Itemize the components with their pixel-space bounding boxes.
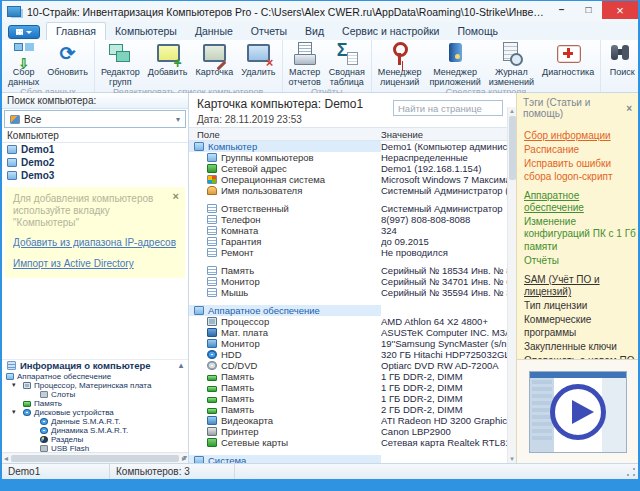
maximize-button[interactable]: [575, 1, 602, 17]
row-icon: [207, 408, 217, 414]
menu-tab[interactable]: Данные: [186, 23, 242, 40]
row-icon: [207, 186, 217, 195]
app-menu-button[interactable]: [8, 25, 40, 39]
tree-item[interactable]: Слоты: [2, 390, 188, 399]
row-icon: [207, 427, 217, 436]
ribbon-button[interactable]: Сбор данных: [4, 41, 43, 87]
ribbon-button-icon: [607, 41, 637, 67]
card-row: CD/DVD Optiarc DVD RW AD-7200A: [189, 360, 507, 371]
card-row: HDD 320 ГБ Hitachi HDP725032GLA360 (s/n …: [189, 349, 507, 360]
ribbon-group-edit-list: Редактор групп Добавить Карточка Удалить…: [95, 40, 283, 92]
tree-item[interactable]: Дисковые устройства: [2, 408, 188, 417]
computer-icon: [7, 171, 17, 180]
tree-item[interactable]: Данные S.M.A.R.T.: [2, 417, 188, 426]
ribbon-button[interactable]: Карточка: [191, 41, 237, 77]
tip-link[interactable]: Добавить из диапазона IP-адресов: [13, 237, 177, 249]
tree-item[interactable]: Динамика S.M.A.R.T.: [2, 426, 188, 435]
scrollbar-thumb[interactable]: [509, 116, 516, 180]
status-selected-computer: Demo1: [2, 464, 110, 479]
tag-link[interactable]: Сбор информации: [524, 130, 636, 142]
ribbon-button-icon: [105, 41, 135, 67]
tree-item[interactable]: Процессор, Материнская плата: [2, 381, 188, 390]
menu-tab[interactable]: Вид: [296, 23, 333, 40]
computer-list-item[interactable]: Demo3: [2, 169, 188, 182]
ribbon-button-icon: [332, 41, 362, 67]
card-row: Группы компьютеров Нераспределенные: [189, 152, 507, 163]
tag-link[interactable]: Исправить ошибки сбора logon-скрипт: [524, 158, 636, 182]
card-row: Память 1 ГБ DDR-2, DIMM: [189, 393, 507, 404]
ribbon-button-icon: [243, 41, 273, 67]
ribbon-button[interactable]: Диагностика: [538, 41, 598, 77]
tree-item[interactable]: Разделы: [2, 435, 188, 444]
tree-item-icon: [40, 418, 48, 425]
scrollbar-thumb[interactable]: [11, 455, 179, 462]
close-icon[interactable]: [626, 103, 632, 114]
computer-icon: [7, 158, 17, 167]
computer-column-header[interactable]: Компьютер: [2, 129, 188, 143]
computer-list-item[interactable]: Demo1: [2, 143, 188, 156]
ribbon-button[interactable]: Обновить: [43, 41, 92, 77]
menu-tab[interactable]: Отчеты: [242, 23, 296, 40]
ribbon-button[interactable]: Мастер отчетов: [285, 41, 325, 87]
tree-item-icon: [40, 391, 48, 398]
ribbon-group-label: [601, 80, 640, 92]
ribbon-button[interactable]: Редактор групп: [97, 41, 144, 87]
row-icon: [194, 142, 204, 151]
close-button[interactable]: [602, 1, 638, 19]
card-row: Монитор 19''Samsung SyncMaster (s/n HMCP…: [189, 338, 507, 349]
vertical-scrollbar[interactable]: ▴ ▾: [507, 107, 516, 463]
card-header: Карточка компьютера: Demo1 Дата: 28.11.2…: [189, 93, 507, 127]
row-icon: [207, 350, 217, 359]
horizontal-scrollbar[interactable]: ◂ ▸: [2, 452, 188, 463]
computer-list-item[interactable]: Demo2: [2, 156, 188, 169]
ribbon-button[interactable]: Поиск: [603, 41, 640, 77]
tag-link[interactable]: Коммерческие программы: [524, 314, 636, 338]
card-row: Память 2 ГБ DDR-2, DIMM: [189, 404, 507, 415]
tree-item[interactable]: Память: [2, 399, 188, 408]
tag-link[interactable]: Тип лицензии: [524, 300, 636, 312]
tree-item-icon: [23, 409, 31, 416]
video-tutorial[interactable]: [517, 359, 638, 463]
card-row: [189, 196, 507, 203]
tree-item[interactable]: Аппаратное обеспечение: [2, 372, 188, 381]
tree-section-header[interactable]: Информация о компьютере: [2, 359, 188, 372]
tag-link[interactable]: Закупленные ключи: [524, 341, 636, 353]
menu-tab[interactable]: Помощь: [448, 23, 507, 40]
minimize-button[interactable]: [548, 1, 575, 17]
find-on-page-input[interactable]: [393, 100, 503, 116]
ribbon-group-search: Поиск: [601, 40, 640, 92]
row-icon: [207, 175, 217, 184]
ribbon-button[interactable]: Менеджер лицензий: [374, 41, 426, 87]
video-thumbnail: [529, 371, 627, 453]
play-icon[interactable]: [550, 384, 606, 440]
tag-link[interactable]: Отчёты: [524, 255, 636, 267]
computer-search-label: Поиск компьютера:: [2, 93, 188, 109]
resize-grip[interactable]: [625, 466, 637, 478]
scroll-left-icon[interactable]: ◂: [4, 454, 8, 463]
card-row: Ремонт Не проводился: [189, 247, 507, 258]
app-icon: [7, 6, 21, 17]
scroll-down-icon[interactable]: ▾: [183, 453, 187, 462]
menu-tab[interactable]: Компьютеры: [106, 23, 186, 40]
tag-link[interactable]: Аппаратное обеспечение: [524, 190, 636, 214]
scroll-up-icon[interactable]: ▴: [510, 107, 514, 115]
tag-link[interactable]: SAM (Учёт ПО и лицензий): [524, 274, 636, 298]
tip-link[interactable]: Импорт из Active Directory: [13, 258, 177, 270]
menu-tab[interactable]: Главная: [46, 22, 106, 40]
ribbon-button[interactable]: Удалить: [237, 41, 279, 77]
menu-tab[interactable]: Сервис и настройки: [333, 23, 448, 40]
row-icon: [207, 204, 217, 213]
tag-link[interactable]: Расписание: [524, 144, 636, 156]
card-row: Мышь Серийный № 35594 Инв. № 36007: [189, 287, 507, 298]
group-filter-dropdown[interactable]: Все: [4, 110, 186, 128]
tree-item[interactable]: USB Flash: [2, 444, 188, 453]
scroll-down-icon[interactable]: ▾: [510, 455, 514, 463]
ribbon-button[interactable]: Журнал изменений: [485, 41, 538, 87]
ribbon-button[interactable]: Менеджер приложений: [425, 41, 484, 87]
close-icon[interactable]: [173, 190, 179, 203]
ribbon-button[interactable]: Добавить: [144, 41, 192, 77]
tag-link[interactable]: Изменение конфигураций ПК с 1 Гб памяти: [524, 216, 636, 253]
ribbon-button[interactable]: Сводная таблица: [325, 41, 369, 87]
card-row: Сетевые карты Сетевая карта Realtek RTL8…: [189, 437, 507, 448]
computers-sidebar: Поиск компьютера: Все Компьютер Demo1 De…: [2, 93, 189, 463]
